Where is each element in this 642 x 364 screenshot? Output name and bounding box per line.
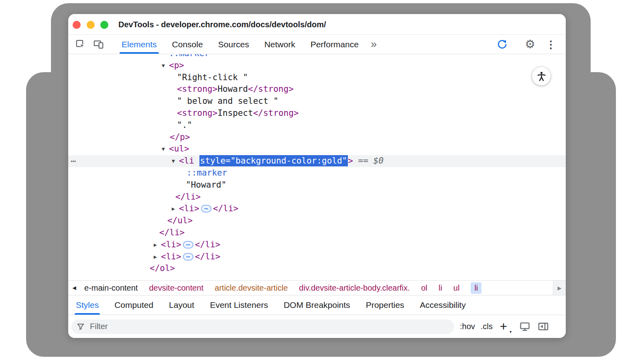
dom-token: "."	[177, 120, 192, 130]
dom-token: ::marker	[169, 54, 209, 58]
rendering-emulation-icon[interactable]	[519, 321, 530, 332]
styles-tab-styles[interactable]: Styles	[76, 295, 99, 315]
filter-input[interactable]	[89, 322, 449, 332]
disclosure-triangle[interactable]: ▶	[154, 251, 161, 263]
disclosure-triangle[interactable]: ▶	[154, 239, 161, 251]
breadcrumb-scroll-left[interactable]: ◀	[68, 285, 80, 291]
dom-tree-line[interactable]: <strong>Howard</strong>	[68, 83, 566, 95]
dom-tree-line[interactable]: "."	[68, 119, 566, 131]
dom-token: style="background-color:gold"	[199, 155, 348, 166]
styles-tab-dom-breakpoints[interactable]: DOM Breakpoints	[284, 295, 350, 315]
dom-tree-line[interactable]: "Right-click "	[68, 72, 566, 84]
styles-toolbar: :hov .cls + ▾	[68, 315, 566, 338]
ellipsis-button[interactable]: ⋯	[183, 241, 193, 249]
dom-tree-line[interactable]: ::marker	[68, 167, 566, 179]
tab-sources[interactable]: Sources	[218, 35, 249, 54]
toolbar-right: ⚙ ⋮	[496, 38, 566, 50]
dom-token: <li	[179, 156, 194, 166]
breadcrumb: ◀ e-main-contentdevsite-contentarticle.d…	[68, 280, 566, 295]
new-style-rule-button[interactable]: + ▾	[500, 320, 507, 333]
dom-token: ::marker	[187, 168, 227, 178]
dom-token: </strong>	[248, 84, 294, 94]
dom-tree-line[interactable]: ▶<li>⋯</li>	[68, 239, 566, 251]
dom-token: "Right-click "	[177, 73, 248, 82]
dom-tree-line[interactable]: ▼<p>	[68, 60, 566, 72]
dom-tree-line[interactable]: </ol>	[68, 263, 566, 275]
breadcrumb-item[interactable]: ol	[421, 283, 427, 293]
dom-tree-line[interactable]: ::marker	[68, 54, 566, 60]
dom-token	[194, 156, 199, 166]
breadcrumb-item[interactable]: li	[471, 282, 482, 294]
dom-token	[353, 156, 358, 166]
dom-token: </li>	[175, 192, 201, 202]
maximize-button[interactable]	[100, 21, 108, 29]
dom-tree-line[interactable]: <strong>Inspect</strong>	[68, 107, 566, 119]
dom-tree-line[interactable]: </p>	[68, 131, 566, 144]
dom-token: </li>	[195, 252, 220, 261]
breadcrumb-item[interactable]: e-main-content	[84, 283, 138, 293]
dom-tree-line[interactable]: </li>	[68, 227, 566, 239]
filter-field[interactable]	[71, 320, 454, 334]
sidebar-toggle-icon[interactable]	[538, 321, 549, 332]
dom-tree-line[interactable]: ▶<li>⋯</li>	[68, 203, 566, 215]
dom-token: </li>	[195, 240, 220, 249]
filter-funnel-icon	[76, 322, 85, 331]
devtools-window: DevTools - developer.chrome.com/docs/dev…	[68, 14, 566, 338]
gutter-ellipsis-icon[interactable]: ⋯	[71, 155, 75, 167]
titlebar: DevTools - developer.chrome.com/docs/dev…	[68, 14, 566, 35]
breadcrumb-item[interactable]: li	[439, 283, 442, 293]
styles-tab-accessibility[interactable]: Accessibility	[420, 295, 465, 315]
dom-token: </li>	[213, 204, 238, 213]
breadcrumb-item[interactable]: ul	[453, 283, 460, 293]
settings-gear-icon[interactable]: ⚙	[525, 38, 535, 50]
styles-tab-computed[interactable]: Computed	[114, 295, 153, 315]
tab-elements[interactable]: Elements	[122, 35, 157, 54]
breadcrumb-scroll-right[interactable]: ▶	[553, 281, 566, 295]
dom-tree-line[interactable]: ⋯▼<li style="background-color:gold"> == …	[68, 155, 566, 167]
dom-token: >	[348, 156, 353, 166]
more-tabs-chevron[interactable]: »	[371, 38, 377, 51]
disclosure-triangle[interactable]: ▼	[162, 60, 169, 72]
breadcrumb-items: e-main-contentdevsite-contentarticle.dev…	[84, 282, 482, 294]
pseudo-state-toggle[interactable]: :hov	[460, 322, 475, 331]
dom-tree-line[interactable]: " below and select "	[68, 95, 566, 107]
device-toolbar-icon[interactable]	[93, 39, 104, 50]
dom-tree-line[interactable]: </ul>	[68, 215, 566, 227]
dom-token: $0	[374, 156, 384, 166]
inspect-icon[interactable]	[75, 39, 86, 50]
dom-token: "Howard"	[186, 180, 226, 190]
dom-tree-line[interactable]: ▼<ul>	[68, 143, 566, 155]
disclosure-triangle[interactable]: ▼	[162, 143, 169, 155]
minimize-button[interactable]	[87, 21, 95, 29]
tab-network[interactable]: Network	[264, 35, 295, 54]
kebab-menu-icon[interactable]: ⋮	[546, 39, 556, 50]
ellipsis-button[interactable]: ⋯	[183, 253, 193, 261]
accessibility-button[interactable]	[532, 67, 551, 85]
dom-token: </p>	[170, 132, 190, 142]
tab-performance[interactable]: Performance	[311, 35, 359, 54]
sync-arrows-icon[interactable]	[496, 39, 507, 50]
dom-token: Inspect	[217, 108, 253, 118]
dom-tree: ::marker▼<p>"Right-click "<strong>Howard…	[68, 54, 566, 280]
dom-tree-line[interactable]: "Howard"	[68, 179, 566, 191]
dom-token: <li>	[161, 240, 181, 249]
class-toggle[interactable]: .cls	[481, 322, 493, 331]
dom-token: <ul>	[169, 144, 189, 154]
breadcrumb-item[interactable]: devsite-content	[149, 283, 203, 293]
dom-token: " below and select "	[177, 96, 278, 106]
dom-token: <li>	[179, 204, 199, 213]
dom-tree-line[interactable]: </li>	[68, 191, 566, 203]
styles-tab-event-listeners[interactable]: Event Listeners	[210, 295, 268, 315]
dom-tree-line[interactable]: ▶<li>⋯</li>	[68, 251, 566, 263]
tab-console[interactable]: Console	[172, 35, 203, 54]
close-button[interactable]	[73, 21, 81, 29]
disclosure-triangle[interactable]: ▼	[172, 155, 179, 167]
styles-tab-properties[interactable]: Properties	[366, 295, 404, 315]
disclosure-triangle[interactable]: ▶	[172, 203, 179, 215]
styles-tab-layout[interactable]: Layout	[169, 295, 194, 315]
dom-token: <strong>	[177, 84, 217, 94]
breadcrumb-item[interactable]: div.devsite-article-body.clearfix.	[299, 283, 410, 293]
dom-token: </li>	[159, 228, 185, 237]
ellipsis-button[interactable]: ⋯	[201, 205, 211, 212]
breadcrumb-item[interactable]: article.devsite-article	[215, 283, 288, 293]
